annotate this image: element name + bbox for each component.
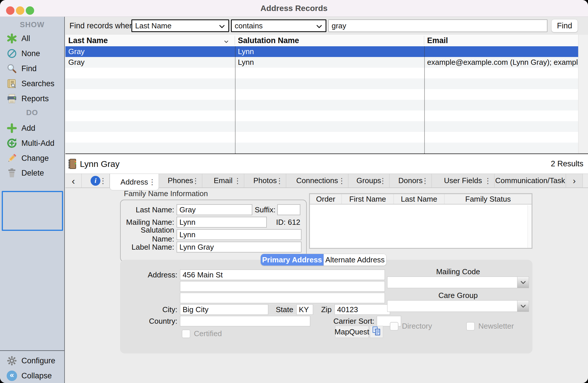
sidebar-item-add[interactable]: Add (0, 121, 64, 136)
operator-dropdown-value: contains (235, 21, 263, 30)
tab-user-fields[interactable]: User Fields ⋮ (432, 174, 495, 187)
app-window: Address Records SHOW All None Find (0, 0, 588, 383)
sidebar-item-label: Find (21, 64, 37, 73)
mapquest-button[interactable]: MapQuest (335, 326, 369, 338)
sidebar-item-collapse[interactable]: « Collapse (0, 368, 64, 383)
family-col-family-status[interactable]: Family Status (444, 194, 532, 204)
tab-drag-dots-icon: ⋮ (484, 176, 492, 185)
newsletter-checkbox[interactable] (466, 322, 475, 331)
tab-communication-task[interactable]: Communication/Task (495, 174, 566, 187)
empty-row (65, 100, 588, 111)
column-header-last-name[interactable]: Last Name (65, 35, 235, 46)
column-divider (235, 46, 236, 153)
sidebar-item-none[interactable]: None (0, 46, 64, 61)
tab-groups[interactable]: Groups ⋮ (348, 174, 389, 187)
family-col-order[interactable]: Order (310, 194, 342, 204)
sidebar-item-find[interactable]: Find (0, 61, 64, 76)
primary-address-tab[interactable]: Primary Address (261, 254, 324, 266)
family-members-table: Order First Name Last Name Family Status (309, 193, 532, 249)
sidebar-item-label: None (21, 49, 40, 58)
sidebar-item-searches[interactable]: Searches (0, 76, 64, 91)
state-label: State (276, 305, 293, 314)
sidebar-item-configure[interactable]: Configure (0, 353, 64, 368)
state-input[interactable] (296, 304, 313, 315)
empty-row (65, 132, 588, 143)
family-info-box: Last Name: Suffix: Mailing Name: ID: 612… (120, 200, 307, 262)
newsletter-label: Newsletter (478, 322, 514, 331)
sidebar-item-reports[interactable]: Reports (0, 91, 64, 106)
mailing-name-input[interactable] (177, 217, 267, 228)
results-table-header: Last Name Salutation Name Email (65, 35, 588, 46)
sidebar-item-label: All (21, 34, 30, 43)
title-bar: Address Records (0, 0, 588, 17)
tab-photos[interactable]: Photos ⋮ (244, 174, 286, 187)
address-book-icon (68, 159, 77, 170)
chevron-right-icon: › (573, 176, 576, 185)
column-header-salutation-name[interactable]: Salutation Name (235, 35, 424, 46)
sidebar-do-header: DO (0, 108, 64, 117)
sidebar-item-multi-add[interactable]: Multi-Add (0, 136, 64, 151)
operator-dropdown[interactable]: contains (231, 19, 326, 32)
address-line1-input[interactable] (180, 270, 385, 280)
city-input[interactable] (180, 304, 268, 315)
window-title: Address Records (0, 0, 588, 17)
chevron-down-icon (517, 277, 529, 288)
salutation-name-label: Salutation Name: (121, 226, 174, 244)
tab-phones[interactable]: Phones ⋮ (159, 174, 202, 187)
tabs-scroll-left-button[interactable]: ‹ (65, 174, 82, 187)
last-name-input[interactable] (177, 204, 252, 215)
sidebar-item-label: Delete (21, 169, 44, 178)
search-input[interactable] (328, 19, 547, 32)
sort-chevron-icon (224, 36, 229, 45)
plus-icon (6, 123, 18, 133)
sidebar-item-label: Add (21, 124, 35, 133)
country-label: Country: (120, 317, 177, 326)
field-dropdown[interactable]: Last Name (131, 19, 229, 32)
directory-label: Directory (402, 322, 432, 331)
tab-connections[interactable]: Connections ⋮ (286, 174, 348, 187)
tab-email[interactable]: Email ⋮ (202, 174, 244, 187)
tabs-scroll-right-button[interactable]: › (566, 174, 583, 187)
carrier-sort-label: Carrier Sort: (333, 317, 374, 326)
tab-info[interactable]: i ⋮ (82, 174, 110, 187)
sidebar-show-header: SHOW (0, 20, 64, 29)
empty-row (65, 78, 588, 89)
table-row[interactable]: Gray Lynn example@example.com (Lynn Gray… (65, 57, 588, 68)
tab-address[interactable]: Address ⋮ (110, 174, 159, 190)
table-row-selected[interactable]: Gray Lynn (65, 46, 588, 57)
mailing-code-dropdown[interactable] (387, 277, 529, 288)
find-bar: Find records where Last Name contains Fi… (65, 17, 588, 35)
address-line2-input[interactable] (180, 281, 385, 292)
saved-searches-icon (6, 78, 18, 89)
copy-address-button[interactable] (370, 326, 383, 338)
family-col-first-name[interactable]: First Name (342, 194, 394, 204)
salutation-name-input[interactable] (177, 229, 302, 240)
address-line3-input[interactable] (180, 293, 385, 303)
tab-drag-dots-icon: ⋮ (99, 176, 107, 185)
multi-add-icon (6, 138, 18, 149)
column-divider (424, 46, 425, 153)
none-icon (6, 48, 18, 59)
find-button[interactable]: Find (551, 19, 578, 32)
care-group-dropdown[interactable] (387, 300, 529, 312)
zip-input[interactable] (335, 304, 390, 315)
sidebar-item-all[interactable]: All (0, 31, 64, 46)
country-input[interactable] (180, 316, 310, 326)
sidebar-item-change[interactable]: Change (0, 151, 64, 166)
tab-drag-dots-icon: ⋮ (338, 176, 346, 185)
suffix-input[interactable] (277, 204, 300, 215)
label-name-input[interactable] (177, 242, 302, 253)
tab-drag-dots-icon: ⋮ (148, 178, 156, 187)
family-col-last-name[interactable]: Last Name (394, 194, 444, 204)
family-table-header: Order First Name Last Name Family Status (310, 194, 532, 205)
sidebar-item-label: Change (21, 154, 49, 163)
sidebar-divider (0, 350, 64, 351)
tab-donors[interactable]: Donors ⋮ (389, 174, 432, 187)
directory-checkbox[interactable] (390, 322, 398, 331)
empty-row (65, 68, 588, 78)
certified-checkbox[interactable] (182, 329, 190, 338)
sidebar-item-delete[interactable]: Delete (0, 165, 64, 181)
column-header-email[interactable]: Email (424, 35, 578, 46)
address-label: Address: (120, 270, 177, 279)
alternate-address-tab[interactable]: Alternate Address (324, 254, 387, 266)
